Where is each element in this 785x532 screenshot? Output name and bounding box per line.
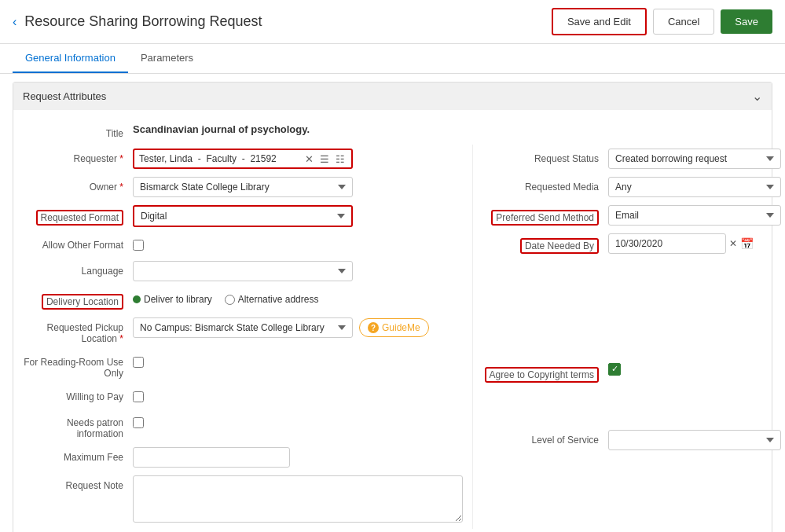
requested-media-field-wrapper: Any Digital Physical [608, 177, 781, 197]
requester-list-icon[interactable]: ☰ [318, 153, 331, 165]
language-select[interactable] [133, 261, 353, 281]
delivery-location-field-wrapper: Deliver to library Alternative address [133, 289, 463, 305]
delivery-location-row: Delivery Location Deliver to library [13, 285, 472, 314]
tab-general-information[interactable]: General Information [13, 44, 128, 73]
date-needed-by-field-wrapper: ✕ 📅 [608, 233, 781, 254]
back-button[interactable]: ‹ [13, 15, 17, 29]
language-label: Language [23, 261, 133, 277]
deliver-to-library-dot [133, 295, 141, 303]
request-note-row: Request Note [13, 471, 472, 529]
title-label: Title [23, 123, 133, 139]
requester-row: Requester ✕ ☰ ☷ [13, 145, 472, 173]
request-note-label: Request Note [23, 475, 133, 491]
needs-patron-checkbox[interactable] [133, 417, 144, 428]
right-column: Request Status Created borrowing request… [472, 145, 785, 529]
language-field-wrapper [133, 261, 463, 281]
needs-patron-row: Needs patron information [13, 409, 472, 443]
agree-copyright-checkbox[interactable]: ✓ [608, 363, 621, 376]
section-header: Request Attributes ⌄ [13, 83, 772, 110]
requested-format-select-wrapper: Digital Physical Any [133, 205, 353, 227]
request-status-label: Request Status [482, 149, 608, 164]
request-status-row: Request Status Created borrowing request [473, 145, 785, 173]
requested-format-select[interactable]: Digital Physical Any [134, 207, 351, 226]
pickup-row-inner: No Campus: Bismarck State College Librar… [133, 317, 463, 338]
owner-row: Owner Bismarck State College Library [13, 173, 472, 201]
level-of-service-label: Level of Service [482, 430, 608, 446]
needs-patron-checkbox-wrapper [133, 413, 463, 431]
agree-copyright-row: Agree to Copyright terms ✓ [473, 358, 785, 387]
agree-copyright-label: Agree to Copyright terms [482, 362, 608, 383]
spacer-row-1 [473, 258, 785, 283]
date-needed-by-row: Date Needed By ✕ 📅 [473, 229, 785, 258]
page-title: Resource Sharing Borrowing Request [24, 13, 552, 30]
pickup-location-row: Requested Pickup Location No Campus: Bis… [13, 314, 472, 348]
preferred-send-method-row: Preferred Send Method Email Post Fax [473, 201, 785, 229]
level-of-service-row: Level of Service [473, 426, 785, 454]
alternative-address-radio[interactable] [225, 295, 235, 305]
spacer-row-4 [473, 333, 785, 358]
requester-clear-icon[interactable]: ✕ [303, 153, 315, 165]
reading-room-checkbox-wrapper [133, 352, 463, 370]
deliver-to-library-label: Deliver to library [144, 294, 212, 305]
save-and-edit-button[interactable]: Save and Edit [552, 8, 647, 35]
cancel-button[interactable]: Cancel [653, 9, 714, 35]
request-note-field-wrapper [133, 475, 463, 525]
preferred-send-method-label: Preferred Send Method [482, 205, 608, 226]
requester-expand-icon[interactable]: ☷ [334, 153, 347, 165]
needs-patron-label: Needs patron information [23, 413, 133, 439]
deliver-to-library-option[interactable]: Deliver to library [133, 294, 212, 305]
requested-format-field-wrapper: Digital Physical Any [133, 205, 463, 227]
willing-to-pay-checkbox[interactable] [133, 391, 144, 402]
section-body: Title Scandinavian journal of psychology… [13, 110, 772, 532]
request-attributes-section: Request Attributes ⌄ Title Scandinavian … [13, 82, 772, 532]
reading-room-row: For Reading-Room Use Only [13, 348, 472, 383]
request-status-select[interactable]: Created borrowing request [608, 149, 781, 169]
requested-media-select[interactable]: Any Digital Physical [608, 177, 781, 197]
requested-format-label: Requested Format [23, 205, 133, 226]
guideme-label: GuideMe [382, 322, 420, 333]
date-clear-icon[interactable]: ✕ [729, 238, 737, 249]
pickup-location-select[interactable]: No Campus: Bismarck State College Librar… [133, 317, 353, 338]
request-note-textarea[interactable] [133, 475, 463, 523]
date-field-group: ✕ 📅 [608, 233, 781, 254]
requester-input[interactable] [139, 152, 300, 166]
requested-media-label: Requested Media [482, 177, 608, 193]
owner-field-wrapper: Bismarck State College Library [133, 177, 463, 197]
reading-room-checkbox[interactable] [133, 357, 144, 368]
allow-other-format-checkbox[interactable] [133, 240, 144, 251]
date-calendar-icon[interactable]: 📅 [740, 237, 754, 250]
requester-field-wrapper: ✕ ☰ ☷ [133, 149, 463, 169]
preferred-send-method-select[interactable]: Email Post Fax [608, 205, 781, 226]
willing-to-pay-row: Willing to Pay [13, 383, 472, 409]
spacer-row-3 [473, 308, 785, 333]
guideme-button[interactable]: ? GuideMe [359, 318, 429, 337]
requested-format-row: Requested Format Digital Physical Any [13, 201, 472, 231]
date-needed-by-input[interactable] [608, 233, 726, 254]
tabs-bar: General Information Parameters [0, 44, 785, 74]
willing-to-pay-checkbox-wrapper [133, 387, 463, 405]
guideme-icon: ? [368, 322, 379, 333]
owner-select[interactable]: Bismarck State College Library [133, 177, 353, 197]
requester-input-group: ✕ ☰ ☷ [133, 149, 353, 169]
maximum-fee-input[interactable] [133, 447, 290, 468]
allow-other-format-checkbox-wrapper [133, 235, 463, 253]
two-col-layout: Requester ✕ ☰ ☷ [13, 145, 772, 529]
tab-parameters[interactable]: Parameters [128, 44, 206, 73]
language-row: Language [13, 257, 472, 285]
level-of-service-field-wrapper [608, 430, 781, 450]
request-status-field-wrapper: Created borrowing request [608, 149, 781, 169]
section-collapse-icon[interactable]: ⌄ [752, 89, 762, 104]
delivery-location-radio-group: Deliver to library Alternative address [133, 289, 463, 305]
requester-label: Requester [23, 149, 133, 164]
reading-room-label: For Reading-Room Use Only [23, 352, 133, 379]
allow-other-format-label: Allow Other Format [23, 235, 133, 251]
delivery-location-label: Delivery Location [23, 289, 133, 310]
left-column: Requester ✕ ☰ ☷ [13, 145, 472, 529]
maximum-fee-field-wrapper [133, 447, 463, 468]
requested-media-row: Requested Media Any Digital Physical [473, 173, 785, 201]
preferred-send-method-field-wrapper: Email Post Fax [608, 205, 781, 226]
level-of-service-select[interactable] [608, 430, 781, 450]
save-button[interactable]: Save [721, 9, 772, 34]
title-row: Title Scandinavian journal of psychology… [13, 119, 772, 145]
alternative-address-option[interactable]: Alternative address [225, 294, 319, 305]
